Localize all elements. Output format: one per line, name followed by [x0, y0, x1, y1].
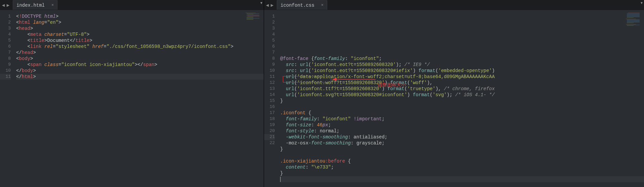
- close-icon[interactable]: ×: [321, 3, 324, 8]
- line-number: 6: [264, 44, 275, 50]
- code-line[interactable]: url('iconfont.woff?t=1550892608320') for…: [280, 80, 644, 86]
- code-line[interactable]: font-family: "iconfont" !important;: [280, 116, 644, 122]
- line-number: 8: [0, 56, 11, 62]
- line-number: 13: [264, 86, 275, 92]
- line-number: 9: [0, 62, 11, 68]
- code-line[interactable]: [280, 152, 644, 158]
- code-line[interactable]: <link rel="stylesheet" href="./css/font_…: [16, 44, 264, 50]
- line-number: 4: [264, 32, 275, 38]
- code-line[interactable]: content: "\e733";: [280, 164, 644, 170]
- line-number: 18: [264, 116, 275, 122]
- editor-split-container: ◀ ▶ index.html × ▼ 1234567891011 <!DOCTY…: [0, 0, 644, 187]
- code-line[interactable]: src: url('iconfont.eot?t=1550892608320#i…: [280, 68, 644, 74]
- line-number: 7: [0, 50, 11, 56]
- line-number: 1: [0, 13, 11, 19]
- code-line[interactable]: url('iconfont.ttf?t=1550892608320') form…: [280, 86, 644, 92]
- code-line[interactable]: -moz-osx-font-smoothing: grayscale;: [280, 140, 644, 146]
- line-number: 2: [0, 19, 11, 25]
- code-line[interactable]: <body>: [16, 56, 264, 62]
- code-line[interactable]: </body>: [16, 68, 264, 74]
- left-pane: ◀ ▶ index.html × ▼ 1234567891011 <!DOCTY…: [0, 0, 264, 187]
- code-line[interactable]: }: [280, 170, 644, 176]
- line-number: 19: [264, 122, 275, 128]
- line-number: 15: [264, 98, 275, 104]
- nav-prev-icon[interactable]: ◀: [265, 2, 269, 8]
- editor-body-left[interactable]: 1234567891011 <!DOCTYPE html><html lang=…: [0, 10, 264, 187]
- code-line[interactable]: font-style: normal;: [280, 128, 644, 134]
- nav-next-icon[interactable]: ▶: [270, 2, 274, 8]
- code-line[interactable]: [280, 182, 644, 187]
- line-number: 5: [264, 38, 275, 44]
- line-number: 22: [264, 140, 275, 146]
- code-line[interactable]: -webkit-font-smoothing: antialiased;: [280, 134, 644, 140]
- code-line[interactable]: <head>: [16, 25, 264, 32]
- line-number: 2: [264, 19, 275, 25]
- tab-label: index.html: [16, 3, 45, 8]
- line-number: 7: [264, 50, 275, 56]
- line-number: 21: [264, 134, 275, 140]
- code-line[interactable]: [280, 176, 644, 182]
- gutter-left: 1234567891011: [0, 10, 14, 187]
- line-number: 11: [0, 74, 11, 80]
- line-number: 20: [264, 128, 275, 134]
- line-number: 12: [264, 80, 275, 86]
- close-icon[interactable]: ×: [51, 3, 54, 8]
- editor-body-right[interactable]: 12345678910111213141516171819202122 调整图标…: [264, 10, 644, 187]
- code-area-left[interactable]: <!DOCTYPE html><html lang="en"><head> <m…: [14, 10, 264, 187]
- nav-next-icon[interactable]: ▶: [6, 2, 10, 8]
- code-line[interactable]: <title>Document</title>: [16, 38, 264, 44]
- line-number: 16: [264, 104, 275, 110]
- code-line[interactable]: @font-face {font-family: "iconfont";: [280, 56, 644, 62]
- tab-dropdown-icon[interactable]: ▼: [641, 1, 643, 5]
- right-pane: ◀ ▶ iconfont.css × ▼ 1234567891011121314…: [264, 0, 644, 187]
- line-number: 4: [0, 32, 11, 38]
- line-number: 3: [0, 25, 11, 32]
- line-number: 10: [0, 68, 11, 74]
- nav-arrows-left: ◀ ▶: [0, 2, 11, 8]
- code-line[interactable]: font-size: 46px;: [280, 122, 644, 128]
- line-number: 9: [264, 62, 275, 68]
- code-line[interactable]: src: url('iconfont.eot?t=1550892608320')…: [280, 62, 644, 68]
- tab-index-html[interactable]: index.html ×: [13, 0, 57, 10]
- code-line[interactable]: url('data:application/x-font-woff2;chars…: [280, 74, 644, 80]
- code-area-right[interactable]: 调整图标大小 @font-face {font-family: "iconfon…: [278, 10, 644, 187]
- nav-arrows-right: ◀ ▶: [264, 2, 275, 8]
- line-number: 11: [264, 74, 275, 80]
- tab-iconfont-css[interactable]: iconfont.css ×: [277, 0, 327, 10]
- tab-dropdown-icon[interactable]: ▼: [260, 1, 262, 5]
- code-line[interactable]: url('iconfont.svg?t=1550892608320#iconfo…: [280, 92, 644, 98]
- line-number: 3: [264, 25, 275, 32]
- code-line[interactable]: <meta charset="UTF-8">: [16, 32, 264, 38]
- code-line[interactable]: <span class="iconfont icon-xiajiantou"><…: [16, 62, 264, 68]
- code-line[interactable]: [280, 104, 644, 110]
- line-number: 10: [264, 68, 275, 74]
- code-line[interactable]: </head>: [16, 50, 264, 56]
- code-line[interactable]: <html lang="en">: [16, 19, 264, 25]
- code-line[interactable]: .icon-xiajiantou:before {: [280, 158, 644, 164]
- line-number: 6: [0, 44, 11, 50]
- code-line[interactable]: }: [280, 98, 644, 104]
- line-number: 5: [0, 38, 11, 44]
- line-number: 8: [264, 56, 275, 62]
- gutter-right: 12345678910111213141516171819202122: [264, 10, 278, 187]
- code-line[interactable]: <!DOCTYPE html>: [16, 13, 264, 19]
- nav-prev-icon[interactable]: ◀: [1, 2, 5, 8]
- line-number: 14: [264, 92, 275, 98]
- code-line[interactable]: }: [280, 146, 644, 152]
- line-number: 1: [264, 13, 275, 19]
- code-line[interactable]: .iconfont {: [280, 110, 644, 116]
- tab-bar-left: ◀ ▶ index.html × ▼: [0, 0, 264, 10]
- tab-bar-right: ◀ ▶ iconfont.css × ▼: [264, 0, 644, 10]
- line-number: 17: [264, 110, 275, 116]
- code-line[interactable]: </html>: [16, 74, 264, 80]
- tab-label: iconfont.css: [281, 3, 314, 8]
